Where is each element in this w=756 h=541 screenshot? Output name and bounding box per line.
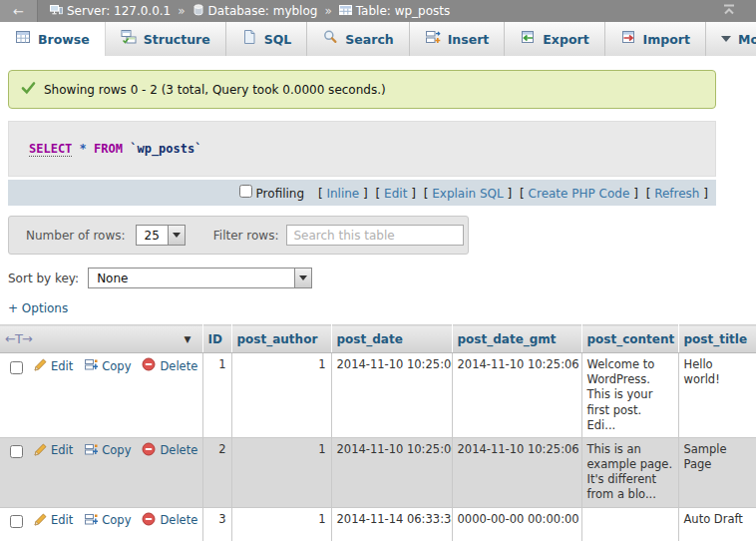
cell-post-date-gmt: 0000-00-00 00:00:00	[452, 507, 581, 541]
sort-by-key-label: Sort by key:	[8, 271, 79, 285]
create-php-code-link[interactable]: Create PHP Code	[529, 187, 630, 201]
row-checkbox[interactable]	[10, 445, 23, 458]
refresh-link[interactable]: Refresh	[654, 187, 699, 201]
cell-post-author: 1	[231, 437, 331, 507]
copy-icon	[84, 357, 98, 375]
column-header-post-date[interactable]: post_date	[331, 325, 452, 353]
tab-export-label: Export	[543, 32, 588, 47]
column-header-post-content[interactable]: post_content	[581, 325, 678, 353]
search-icon	[322, 29, 338, 49]
tab-structure[interactable]: Structure	[106, 22, 226, 56]
delete-row-link[interactable]: Delete	[142, 512, 197, 530]
delete-label: Delete	[160, 443, 197, 458]
edit-row-link[interactable]: Edit	[33, 357, 73, 375]
tab-bar: Browse Structure SQL Search Insert Expor…	[0, 22, 756, 56]
column-options-header[interactable]: ←T→ ▼	[0, 325, 202, 353]
explain-sql-link[interactable]: Explain SQL	[432, 187, 504, 201]
column-header-post-date-gmt[interactable]: post_date_gmt	[452, 325, 581, 353]
column-header-post-author[interactable]: post_author	[231, 325, 331, 353]
number-of-rows-select[interactable]: 25	[136, 225, 186, 246]
bracket: ]	[411, 187, 416, 201]
breadcrumb-database[interactable]: Database: myblog	[192, 4, 318, 19]
cell-post-date: 2014-11-14 06:33:38	[331, 507, 452, 541]
tab-browse[interactable]: Browse	[0, 22, 106, 56]
table-icon	[339, 4, 352, 19]
tab-structure-label: Structure	[144, 32, 210, 47]
table-row: Edit Copy Delete 1 1 2014-11-10 10:25:06…	[0, 353, 756, 438]
tab-insert[interactable]: Insert	[410, 22, 506, 56]
insert-icon	[425, 29, 441, 49]
bracket: ]	[633, 187, 638, 201]
back-button[interactable]: ←	[0, 0, 38, 22]
copy-label: Copy	[102, 359, 131, 374]
bracket: [	[646, 187, 651, 201]
profiling-checkbox[interactable]	[239, 185, 252, 198]
copy-row-link[interactable]: Copy	[84, 442, 131, 460]
tab-import-label: Import	[643, 32, 690, 47]
edit-label: Edit	[51, 359, 73, 374]
sql-star: *	[80, 142, 87, 156]
breadcrumb-table[interactable]: Table: wp_posts	[339, 4, 451, 19]
structure-icon	[121, 29, 137, 49]
cell-post-title: Hello world!	[678, 353, 756, 438]
bracket: ]	[363, 187, 368, 201]
cell-id: 3	[202, 507, 231, 541]
number-of-rows-value: 25	[137, 226, 168, 245]
row-checkbox[interactable]	[10, 515, 23, 528]
database-icon	[192, 4, 204, 19]
select-dropdown-button[interactable]	[294, 269, 311, 287]
cell-post-content	[581, 507, 678, 541]
delete-icon	[142, 357, 156, 375]
tab-more[interactable]: More	[706, 22, 756, 56]
collapse-icon[interactable]	[722, 3, 736, 19]
edit-row-link[interactable]: Edit	[33, 442, 73, 460]
results-settings-bar: Number of rows: 25 Filter rows:	[8, 216, 469, 255]
cell-post-date: 2014-11-10 10:25:06	[331, 437, 452, 507]
copy-row-link[interactable]: Copy	[84, 357, 131, 375]
query-actions-bar: Profiling [ Inline ] [ Edit ] [ Explain …	[8, 180, 716, 206]
column-marker-icon[interactable]: ←T→	[5, 331, 32, 346]
tab-import[interactable]: Import	[605, 22, 706, 56]
delete-row-link[interactable]: Delete	[142, 442, 197, 460]
cell-post-author: 1	[231, 507, 331, 541]
table-filter-input[interactable]	[286, 225, 464, 246]
sort-by-key-select[interactable]: None	[88, 268, 312, 288]
sort-by-key-value: None	[89, 269, 136, 287]
export-icon	[520, 29, 536, 49]
table-row: Edit Copy Delete 2 1 2014-11-10 10:25:06…	[0, 437, 756, 507]
select-dropdown-button[interactable]	[168, 226, 185, 245]
cell-post-date: 2014-11-10 10:25:06	[331, 353, 452, 438]
sql-page-icon	[241, 29, 257, 49]
filter-rows-label: Filter rows:	[213, 229, 279, 243]
edit-icon	[33, 357, 47, 375]
breadcrumb-separator: »	[324, 4, 331, 18]
edit-row-link[interactable]: Edit	[33, 512, 73, 530]
status-message: Showing rows 0 - 2 (3 total, Query took …	[8, 70, 716, 109]
copy-label: Copy	[102, 443, 131, 458]
edit-query-link[interactable]: Edit	[384, 187, 407, 201]
server-icon	[50, 4, 63, 19]
inline-link[interactable]: Inline	[326, 187, 359, 201]
sort-desc-icon[interactable]: ▼	[185, 334, 191, 344]
options-toggle[interactable]: + Options	[0, 288, 76, 321]
tab-export[interactable]: Export	[505, 22, 604, 56]
cell-post-date-gmt: 2014-11-10 10:25:06	[452, 437, 581, 507]
number-of-rows-label: Number of rows:	[26, 229, 126, 243]
sql-query-display: SELECT * FROM `wp_posts`	[8, 121, 716, 177]
breadcrumb-server[interactable]: Server: 127.0.0.1	[50, 4, 171, 19]
delete-row-link[interactable]: Delete	[142, 357, 197, 375]
bracket: [	[318, 187, 323, 201]
column-header-post-title[interactable]: post_title	[678, 325, 756, 353]
copy-row-link[interactable]: Copy	[84, 512, 131, 530]
delete-icon	[142, 442, 156, 460]
breadcrumb-server-label: Server: 127.0.0.1	[67, 4, 171, 18]
tab-search[interactable]: Search	[307, 22, 409, 56]
cell-post-content: This is an example page. It's different …	[581, 437, 678, 507]
cell-post-content: Welcome to WordPress. This is your first…	[581, 353, 678, 438]
import-icon	[620, 29, 636, 49]
row-checkbox[interactable]	[10, 361, 23, 374]
breadcrumb-separator: »	[178, 4, 185, 18]
column-header-id[interactable]: ID	[202, 325, 231, 353]
tab-sql-label: SQL	[264, 32, 292, 47]
tab-sql[interactable]: SQL	[226, 22, 308, 56]
